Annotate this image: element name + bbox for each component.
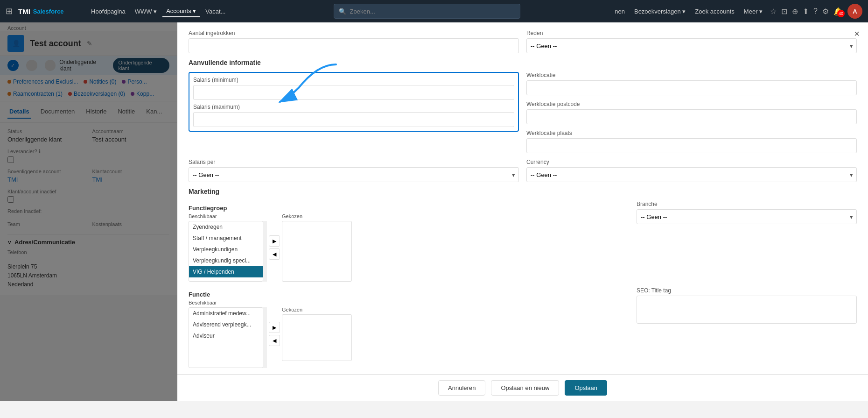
list-item[interactable]: Zyendregen	[189, 221, 263, 233]
input-werklocatie[interactable]	[526, 80, 857, 95]
notification-area[interactable]: 🔔 40	[833, 7, 843, 16]
select-branche[interactable]: -- Geen --	[637, 209, 857, 224]
label-salaris-per: Salaris per	[189, 159, 519, 165]
select-reden[interactable]: -- Geen --	[526, 38, 857, 53]
nav-vacat[interactable]: Vacat...	[202, 6, 229, 17]
functie-column: Functie Beschikbaar Administratief medew…	[189, 287, 629, 368]
list-item-f3[interactable]: Adviseur	[189, 330, 263, 341]
list-item[interactable]: Staff / management	[189, 233, 263, 244]
field-salaris-max: Salaris (maximum)	[193, 104, 514, 127]
label-branche: Branche	[637, 201, 857, 207]
field-werklocatie-plaats: Werklocatie plaats	[526, 130, 857, 153]
modal-scroll-content: Aantal ingetrokken Reden -- Geen -- Aanv…	[177, 22, 868, 374]
app-logo: TMI Salesforce	[18, 7, 84, 15]
search-icon: 🔍	[339, 8, 346, 15]
arrow-right-btn-f[interactable]: ▶	[269, 322, 280, 333]
label-functiegroep: Functiegroep	[189, 205, 629, 212]
beschikbaar-column: Beschikbaar Zyendregen Staff / managemen…	[189, 213, 267, 282]
nav-meer[interactable]: Meer ▾	[740, 6, 766, 17]
input-aantal[interactable]	[189, 38, 519, 53]
input-werklocatie-postcode[interactable]	[526, 109, 857, 124]
close-icon: ×	[854, 28, 860, 39]
star-icon[interactable]: ☆	[770, 7, 777, 16]
save-new-button[interactable]: Opslaan en nieuw	[491, 380, 559, 396]
help-icon[interactable]: ?	[813, 7, 818, 15]
top-navigation: ⊞ TMI Salesforce Hoofdpagina WWW ▾ Accou…	[0, 0, 868, 22]
listbox-beschikbaar-wrapper: Zyendregen Staff / management Verpleegku…	[189, 221, 267, 282]
select-currency[interactable]: -- Geen -- EUR USD	[526, 167, 857, 182]
add-icon[interactable]: ⊕	[792, 7, 798, 16]
nav-accounts[interactable]: Accounts ▾	[162, 6, 200, 17]
list-item[interactable]: Verpleegkundigen	[189, 244, 263, 255]
label-aantal: Aantal ingetrokken	[189, 30, 519, 36]
nav-hoofdpagina[interactable]: Hoofdpagina	[87, 6, 129, 17]
listbox-arrows-fg: ▶ ◀	[269, 235, 280, 260]
main-nav-links: Hoofdpagina WWW ▾ Accounts ▾ Vacat...	[87, 6, 330, 17]
scrollbar-fg[interactable]	[263, 221, 267, 282]
input-seo[interactable]	[637, 296, 857, 324]
label-beschikbaar-fg: Beschikbaar	[189, 213, 267, 219]
select-branche-wrapper: -- Geen --	[637, 209, 857, 224]
search-bar[interactable]: 🔍	[334, 4, 520, 19]
label-gekozen-f: Gekozen	[282, 307, 352, 312]
settings-icon[interactable]: ⚙	[822, 7, 829, 16]
label-werklocatie-postcode: Werklocatie postcode	[526, 101, 857, 107]
sf-label: Salesforce	[33, 8, 64, 15]
list-item-selected[interactable]: VIG / Helpenden	[189, 266, 263, 277]
nav-nen[interactable]: nen	[611, 6, 629, 17]
listbox-arrows-f: ▶ ◀	[269, 322, 280, 346]
label-reden-modal: Reden	[526, 30, 857, 36]
upload-icon[interactable]: ⬆	[803, 7, 809, 16]
top-nav-actions: ☆ ⊡ ⊕ ⬆ ? ⚙ 🔔 40 A	[770, 4, 862, 19]
nav-zoek-accounts[interactable]: Zoek accounts	[691, 6, 738, 17]
field-salaris-min: Salaris (minimum)	[193, 77, 514, 100]
gekozen-column-fg: Gekozen	[282, 213, 352, 282]
label-functie: Functie	[189, 291, 629, 298]
field-werklocatie-postcode: Werklocatie postcode	[526, 101, 857, 124]
salary-column-left: Salaris (minimum) Salaris (maximum)	[189, 72, 519, 132]
modal-close-button[interactable]: ×	[850, 27, 863, 40]
functiegroep-column: Functiegroep Beschikbaar Zyendregen Staf…	[189, 201, 629, 282]
input-werklocatie-plaats[interactable]	[526, 138, 857, 153]
listbox-beschikbaar-fg[interactable]: Zyendregen Staff / management Verpleegku…	[189, 221, 263, 282]
input-salaris-min[interactable]	[193, 85, 514, 100]
input-salaris-max[interactable]	[193, 112, 514, 127]
listbox-gekozen-f[interactable]	[282, 314, 352, 361]
arrow-left-btn-fg[interactable]: ◀	[269, 248, 280, 260]
app-name: TMI	[18, 7, 30, 15]
scrollbar-f[interactable]	[263, 307, 267, 368]
gekozen-column-f: Gekozen	[282, 307, 352, 361]
arrow-right-btn-fg[interactable]: ▶	[269, 235, 280, 247]
werklocatie-column-right: Werklocatie Werklocatie postcode Werkloc…	[526, 72, 857, 153]
list-item-f2[interactable]: Adviserend verpleegk...	[189, 319, 263, 330]
search-input[interactable]	[350, 8, 515, 15]
save-button[interactable]: Opslaan	[565, 380, 607, 396]
label-beschikbaar-f: Beschikbaar	[189, 300, 267, 305]
arrow-left-btn-f[interactable]: ◀	[269, 335, 280, 346]
form-row-salaris-per: Salaris per -- Geen -- Uur Dag Maand Jaa…	[189, 159, 857, 182]
list-item-f1[interactable]: Administratief medew...	[189, 308, 263, 319]
label-salaris-max: Salaris (maximum)	[193, 104, 514, 110]
user-avatar[interactable]: A	[847, 4, 862, 19]
list-item[interactable]: Verpleegkundig speci...	[189, 255, 263, 266]
beschikbaar-column-f: Beschikbaar Administratief medew... Advi…	[189, 300, 267, 368]
select-salaris-per-wrapper: -- Geen -- Uur Dag Maand Jaar	[189, 167, 519, 182]
nav-www[interactable]: WWW ▾	[131, 6, 161, 17]
section-marketing: Marketing	[189, 188, 857, 195]
select-salaris-per[interactable]: -- Geen -- Uur Dag Maand Jaar	[189, 167, 519, 182]
label-currency: Currency	[526, 159, 857, 165]
listbox-beschikbaar-f[interactable]: Administratief medew... Adviserend verpl…	[189, 307, 263, 368]
label-salaris-min: Salaris (minimum)	[193, 77, 514, 83]
notification-count: 40	[837, 10, 845, 17]
label-seo: SEO: Title tag	[637, 287, 857, 294]
field-salaris-per: Salaris per -- Geen -- Uur Dag Maand Jaa…	[189, 159, 519, 182]
right-nav-links: nen Bezoekverslagen ▾ Zoek accounts Meer…	[524, 6, 767, 17]
modal-dialog: × Aantal ingetrokken Reden -- Geen --	[177, 22, 868, 401]
nav-bezoekverslagen[interactable]: Bezoekverslagen ▾	[630, 6, 689, 17]
content-area: Account 👤 Test account ✎ ✓ Onderliggende…	[0, 22, 868, 401]
bookmark-icon[interactable]: ⊡	[781, 7, 787, 16]
grid-icon[interactable]: ⊞	[6, 6, 13, 16]
listbox-gekozen-fg[interactable]	[282, 221, 352, 282]
field-werklocatie: Werklocatie	[526, 72, 857, 95]
cancel-button[interactable]: Annuleren	[438, 380, 485, 396]
